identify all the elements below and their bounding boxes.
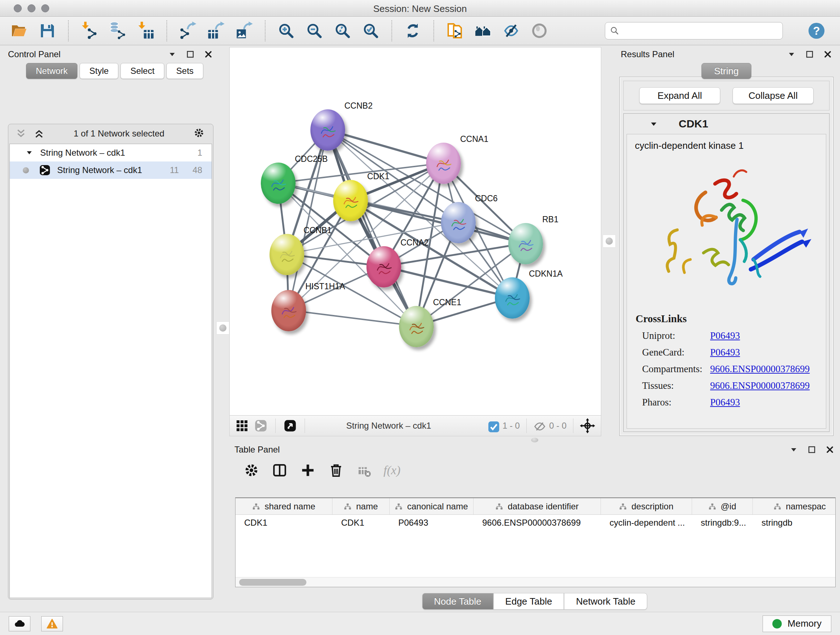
save-session-button[interactable] xyxy=(38,21,57,41)
network-node-CCNE1[interactable] xyxy=(399,306,434,347)
import-table-button[interactable] xyxy=(136,21,156,41)
column-header-database-identifier[interactable]: database identifier xyxy=(474,498,601,515)
tab-network[interactable]: Network xyxy=(26,63,77,79)
network-options-gear-icon[interactable] xyxy=(194,127,206,140)
show-glyphs-button[interactable] xyxy=(530,21,549,41)
string-home-button[interactable] xyxy=(473,21,493,41)
right-splitter-handle[interactable] xyxy=(603,234,616,248)
zoom-out-button[interactable] xyxy=(305,21,324,41)
open-view-window-icon[interactable] xyxy=(284,419,297,432)
tab-node-table[interactable]: Node Table xyxy=(422,593,493,610)
export-network-button[interactable] xyxy=(178,21,197,41)
search-input[interactable] xyxy=(623,26,778,36)
import-network-file-button[interactable] xyxy=(80,21,99,41)
control-panel-close-icon[interactable] xyxy=(204,50,213,59)
results-panel-float-icon[interactable] xyxy=(805,50,814,59)
left-splitter-handle[interactable] xyxy=(216,321,229,334)
tab-network-table[interactable]: Network Table xyxy=(564,593,647,610)
network-node-CDC6[interactable] xyxy=(441,202,476,243)
zoom-fit-button[interactable] xyxy=(333,21,352,41)
horizontal-splitter-handle[interactable] xyxy=(531,438,538,442)
crosshair-icon[interactable] xyxy=(580,418,595,433)
control-panel-float-icon[interactable] xyxy=(186,50,195,59)
tab-edge-table[interactable]: Edge Table xyxy=(493,593,564,610)
expand-all-button[interactable]: Expand All xyxy=(639,87,720,104)
column-header-shared-name[interactable]: shared name xyxy=(235,498,332,515)
network-edge[interactable] xyxy=(289,310,416,326)
network-node-HIST1H1A[interactable] xyxy=(271,290,306,331)
column-header--id[interactable]: @id xyxy=(692,498,753,515)
network-node-RB1[interactable] xyxy=(508,223,543,264)
hidden-eye-icon[interactable] xyxy=(533,420,545,432)
tab-style[interactable]: Style xyxy=(80,63,118,79)
network-node-CDK1[interactable] xyxy=(333,180,368,221)
refresh-button[interactable] xyxy=(403,21,423,41)
node-label-HIST1H1A: HIST1H1A xyxy=(305,282,345,291)
network-list: String Network – cdk1 1 String Network –… xyxy=(9,144,212,598)
table-row[interactable]: CDK1CDK1P064939606.ENSP00000378699cyclin… xyxy=(235,515,835,531)
column-header-name[interactable]: name xyxy=(332,498,390,515)
network-collection-row[interactable]: String Network – cdk1 1 xyxy=(10,144,212,162)
network-node-CDC25B[interactable] xyxy=(261,163,295,204)
protein-ribbon-glyph xyxy=(338,187,364,215)
clipboard-network-button[interactable] xyxy=(445,21,464,41)
add-column-icon[interactable] xyxy=(300,463,316,478)
selected-checkbox-icon[interactable] xyxy=(487,420,498,431)
open-session-button[interactable] xyxy=(9,21,29,41)
results-panel-menu-icon[interactable] xyxy=(787,50,796,59)
control-panel-title: Control Panel xyxy=(8,49,60,59)
export-image-button[interactable] xyxy=(234,21,254,41)
crosslink-link[interactable]: P06493 xyxy=(710,397,740,408)
network-node-CCNA2[interactable] xyxy=(366,246,401,287)
control-panel-menu-icon[interactable] xyxy=(168,50,177,59)
select-columns-icon[interactable] xyxy=(272,463,287,478)
memory-button[interactable]: Memory xyxy=(763,616,831,632)
crosslink-link[interactable]: P06493 xyxy=(710,330,740,341)
crosslink-link[interactable]: 9606.ENSP00000378699 xyxy=(710,363,810,375)
network-node-CCNA1[interactable] xyxy=(426,143,461,184)
zoom-selected-button[interactable] xyxy=(361,21,381,41)
zoom-in-button[interactable] xyxy=(276,21,296,41)
network-edge[interactable] xyxy=(327,130,443,163)
delete-column-icon[interactable] xyxy=(328,463,344,478)
network-share-icon[interactable] xyxy=(254,419,267,432)
collapse-all-button[interactable]: Collapse All xyxy=(733,87,813,104)
tab-select[interactable]: Select xyxy=(120,63,164,79)
tab-string[interactable]: String xyxy=(701,63,752,79)
cell: CDK1 xyxy=(332,518,390,528)
crosslink-link[interactable]: 9606.ENSP00000378699 xyxy=(710,380,810,391)
network-edge[interactable] xyxy=(327,130,416,326)
network-label: String Network – cdk1 xyxy=(57,165,142,175)
birdseye-grid-icon[interactable] xyxy=(235,419,248,432)
column-header-description[interactable]: description xyxy=(601,498,692,515)
gene-section-collapse-icon[interactable] xyxy=(650,120,657,127)
collection-expand-icon[interactable] xyxy=(26,149,33,157)
network-row[interactable]: String Network – cdk1 11 48 xyxy=(10,162,212,179)
export-table-button[interactable] xyxy=(206,21,226,41)
warning-status-button[interactable] xyxy=(41,616,63,631)
table-panel-menu-icon[interactable] xyxy=(789,445,798,454)
table-gear-icon[interactable] xyxy=(244,463,259,478)
help-button[interactable]: ? xyxy=(807,22,826,40)
scrollbar-thumb[interactable] xyxy=(239,579,306,586)
collapse-all-networks-icon[interactable] xyxy=(34,128,44,139)
import-network-database-button[interactable] xyxy=(108,21,127,41)
network-node-CCNB2[interactable] xyxy=(310,109,345,150)
column-header-canonical-name[interactable]: canonical name xyxy=(390,498,474,515)
toolbar-separator xyxy=(68,20,69,41)
gene-description: cyclin-dependent kinase 1 xyxy=(632,140,821,151)
column-header-namespac[interactable]: namespac xyxy=(753,498,836,515)
tab-sets[interactable]: Sets xyxy=(166,63,203,79)
network-node-CCNB1[interactable] xyxy=(270,234,304,275)
table-panel-float-icon[interactable] xyxy=(807,445,816,454)
expand-all-networks-icon[interactable] xyxy=(16,128,27,139)
table-panel-close-icon[interactable] xyxy=(826,445,834,454)
results-panel-close-icon[interactable] xyxy=(823,50,832,59)
window-title: Session: New Session xyxy=(0,3,840,14)
network-node-CDKN1A[interactable] xyxy=(495,277,530,318)
hide-glyphs-button[interactable] xyxy=(501,21,521,41)
cloud-status-button[interactable] xyxy=(9,616,30,631)
crosslink-link[interactable]: P06493 xyxy=(710,347,740,358)
crosslinks-rows: Uniprot:P06493GeneCard:P06493Compartment… xyxy=(632,330,821,408)
network-canvas[interactable]: CCNB2CCNA1CDC25BCDK1CDC6RB1CCNB1CCNA2CDK… xyxy=(230,48,601,415)
